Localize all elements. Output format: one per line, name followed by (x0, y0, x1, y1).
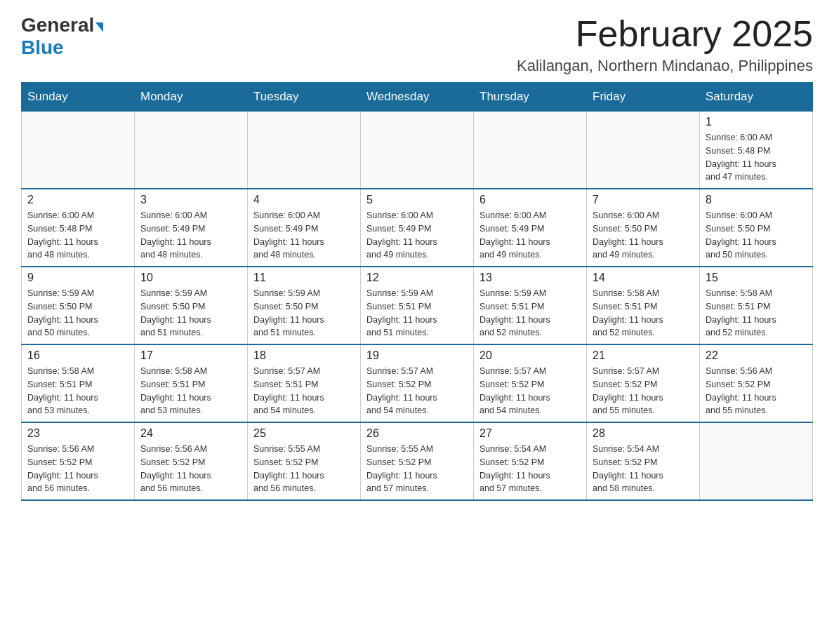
day-info: Sunrise: 5:54 AM Sunset: 5:52 PM Dayligh… (593, 443, 694, 495)
calendar-cell: 16Sunrise: 5:58 AM Sunset: 5:51 PM Dayli… (22, 344, 135, 422)
calendar-week-row: 16Sunrise: 5:58 AM Sunset: 5:51 PM Dayli… (22, 344, 813, 422)
day-number: 20 (479, 349, 581, 362)
day-number: 17 (140, 349, 241, 362)
day-number: 25 (253, 427, 355, 440)
day-info: Sunrise: 6:00 AM Sunset: 5:50 PM Dayligh… (593, 209, 694, 262)
day-of-week-header: Thursday (474, 83, 587, 112)
calendar-cell: 1Sunrise: 6:00 AM Sunset: 5:48 PM Daylig… (700, 112, 813, 189)
day-info: Sunrise: 5:58 AM Sunset: 5:51 PM Dayligh… (140, 365, 241, 417)
calendar-cell (361, 112, 474, 189)
calendar-cell: 23Sunrise: 5:56 AM Sunset: 5:52 PM Dayli… (22, 422, 135, 500)
day-number: 2 (27, 194, 128, 206)
logo-general-text: General (21, 14, 94, 36)
calendar-cell: 19Sunrise: 5:57 AM Sunset: 5:52 PM Dayli… (361, 344, 474, 422)
day-number: 14 (593, 271, 694, 284)
calendar-cell: 3Sunrise: 6:00 AM Sunset: 5:49 PM Daylig… (135, 189, 248, 267)
day-info: Sunrise: 6:00 AM Sunset: 5:50 PM Dayligh… (706, 209, 807, 262)
day-info: Sunrise: 5:58 AM Sunset: 5:51 PM Dayligh… (593, 287, 694, 340)
calendar-cell: 11Sunrise: 5:59 AM Sunset: 5:50 PM Dayli… (248, 267, 361, 344)
day-number: 8 (706, 194, 807, 206)
calendar-week-row: 23Sunrise: 5:56 AM Sunset: 5:52 PM Dayli… (22, 422, 813, 500)
calendar-cell: 4Sunrise: 6:00 AM Sunset: 5:49 PM Daylig… (248, 189, 361, 267)
page-header: General Blue February 2025 Kalilangan, N… (21, 14, 813, 75)
day-number: 6 (479, 194, 581, 206)
day-info: Sunrise: 5:57 AM Sunset: 5:52 PM Dayligh… (479, 365, 581, 417)
calendar-cell (587, 112, 700, 189)
day-info: Sunrise: 5:59 AM Sunset: 5:51 PM Dayligh… (366, 287, 468, 340)
day-number: 13 (479, 271, 581, 284)
day-number: 19 (366, 349, 468, 362)
calendar-cell: 20Sunrise: 5:57 AM Sunset: 5:52 PM Dayli… (474, 344, 587, 422)
calendar-cell: 6Sunrise: 6:00 AM Sunset: 5:49 PM Daylig… (474, 189, 587, 267)
day-number: 5 (366, 194, 468, 206)
calendar-body: 1Sunrise: 6:00 AM Sunset: 5:48 PM Daylig… (22, 112, 813, 501)
day-info: Sunrise: 5:55 AM Sunset: 5:52 PM Dayligh… (366, 443, 468, 495)
calendar-cell: 17Sunrise: 5:58 AM Sunset: 5:51 PM Dayli… (135, 344, 248, 422)
page-subtitle: Kalilangan, Northern Mindanao, Philippin… (517, 57, 813, 75)
calendar-cell: 21Sunrise: 5:57 AM Sunset: 5:52 PM Dayli… (587, 344, 700, 422)
day-of-week-header: Wednesday (361, 83, 474, 112)
day-info: Sunrise: 5:54 AM Sunset: 5:52 PM Dayligh… (479, 443, 581, 495)
day-of-week-header: Monday (135, 83, 248, 112)
day-info: Sunrise: 6:00 AM Sunset: 5:49 PM Dayligh… (366, 209, 468, 262)
day-info: Sunrise: 5:59 AM Sunset: 5:50 PM Dayligh… (27, 287, 128, 340)
day-of-week-header: Sunday (22, 83, 135, 112)
calendar-cell: 15Sunrise: 5:58 AM Sunset: 5:51 PM Dayli… (700, 267, 813, 344)
day-info: Sunrise: 6:00 AM Sunset: 5:49 PM Dayligh… (140, 209, 241, 262)
calendar-cell: 26Sunrise: 5:55 AM Sunset: 5:52 PM Dayli… (361, 422, 474, 500)
calendar-cell: 8Sunrise: 6:00 AM Sunset: 5:50 PM Daylig… (700, 189, 813, 267)
day-number: 21 (593, 349, 694, 362)
day-number: 4 (253, 194, 355, 206)
day-info: Sunrise: 6:00 AM Sunset: 5:48 PM Dayligh… (27, 209, 128, 262)
day-info: Sunrise: 5:59 AM Sunset: 5:50 PM Dayligh… (140, 287, 241, 340)
day-info: Sunrise: 5:57 AM Sunset: 5:52 PM Dayligh… (366, 365, 468, 417)
day-number: 7 (593, 194, 694, 206)
calendar-cell: 5Sunrise: 6:00 AM Sunset: 5:49 PM Daylig… (361, 189, 474, 267)
day-number: 1 (706, 116, 807, 128)
title-block: February 2025 Kalilangan, Northern Minda… (517, 14, 813, 75)
day-info: Sunrise: 5:57 AM Sunset: 5:52 PM Dayligh… (593, 365, 694, 417)
logo-triangle-icon (95, 22, 103, 32)
day-number: 27 (479, 427, 581, 440)
day-info: Sunrise: 5:57 AM Sunset: 5:51 PM Dayligh… (253, 365, 355, 417)
day-number: 24 (140, 427, 241, 440)
calendar-cell: 14Sunrise: 5:58 AM Sunset: 5:51 PM Dayli… (587, 267, 700, 344)
calendar-cell (22, 112, 135, 189)
day-info: Sunrise: 5:56 AM Sunset: 5:52 PM Dayligh… (140, 443, 241, 495)
day-info: Sunrise: 5:59 AM Sunset: 5:51 PM Dayligh… (479, 287, 581, 340)
calendar-cell: 25Sunrise: 5:55 AM Sunset: 5:52 PM Dayli… (248, 422, 361, 500)
days-of-week-row: SundayMondayTuesdayWednesdayThursdayFrid… (22, 83, 813, 112)
day-number: 22 (706, 349, 807, 362)
calendar-cell: 7Sunrise: 6:00 AM Sunset: 5:50 PM Daylig… (587, 189, 700, 267)
day-number: 23 (27, 427, 128, 440)
calendar-cell: 27Sunrise: 5:54 AM Sunset: 5:52 PM Dayli… (474, 422, 587, 500)
calendar-header: SundayMondayTuesdayWednesdayThursdayFrid… (22, 83, 813, 112)
calendar-cell: 22Sunrise: 5:56 AM Sunset: 5:52 PM Dayli… (700, 344, 813, 422)
day-number: 9 (27, 271, 128, 284)
calendar-cell: 2Sunrise: 6:00 AM Sunset: 5:48 PM Daylig… (22, 189, 135, 267)
day-info: Sunrise: 6:00 AM Sunset: 5:49 PM Dayligh… (253, 209, 355, 262)
calendar-cell: 10Sunrise: 5:59 AM Sunset: 5:50 PM Dayli… (135, 267, 248, 344)
day-info: Sunrise: 5:58 AM Sunset: 5:51 PM Dayligh… (706, 287, 807, 340)
calendar-cell: 24Sunrise: 5:56 AM Sunset: 5:52 PM Dayli… (135, 422, 248, 500)
day-number: 3 (140, 194, 241, 206)
day-number: 16 (27, 349, 128, 362)
calendar-cell: 9Sunrise: 5:59 AM Sunset: 5:50 PM Daylig… (22, 267, 135, 344)
day-info: Sunrise: 5:56 AM Sunset: 5:52 PM Dayligh… (706, 365, 807, 417)
day-number: 15 (706, 271, 807, 284)
day-info: Sunrise: 6:00 AM Sunset: 5:48 PM Dayligh… (706, 131, 807, 184)
day-number: 18 (253, 349, 355, 362)
calendar-cell (474, 112, 587, 189)
calendar-cell: 13Sunrise: 5:59 AM Sunset: 5:51 PM Dayli… (474, 267, 587, 344)
day-number: 26 (366, 427, 468, 440)
day-info: Sunrise: 6:00 AM Sunset: 5:49 PM Dayligh… (479, 209, 581, 262)
calendar-cell (135, 112, 248, 189)
calendar-week-row: 9Sunrise: 5:59 AM Sunset: 5:50 PM Daylig… (22, 267, 813, 344)
logo-blue-text: Blue (21, 36, 64, 58)
calendar-cell (700, 422, 813, 500)
calendar-table: SundayMondayTuesdayWednesdayThursdayFrid… (21, 82, 813, 501)
day-number: 10 (140, 271, 241, 284)
day-of-week-header: Tuesday (248, 83, 361, 112)
day-info: Sunrise: 5:55 AM Sunset: 5:52 PM Dayligh… (253, 443, 355, 495)
day-number: 28 (593, 427, 694, 440)
